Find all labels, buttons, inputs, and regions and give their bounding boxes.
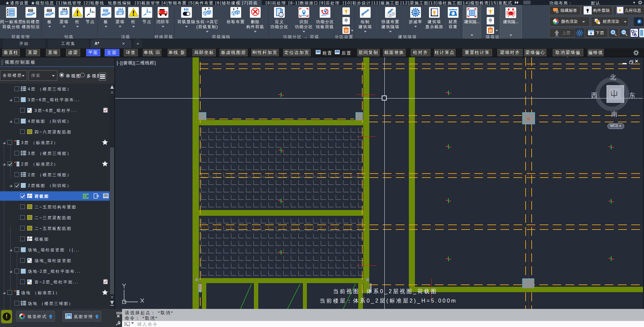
svg-text:i: i bbox=[280, 13, 281, 17]
